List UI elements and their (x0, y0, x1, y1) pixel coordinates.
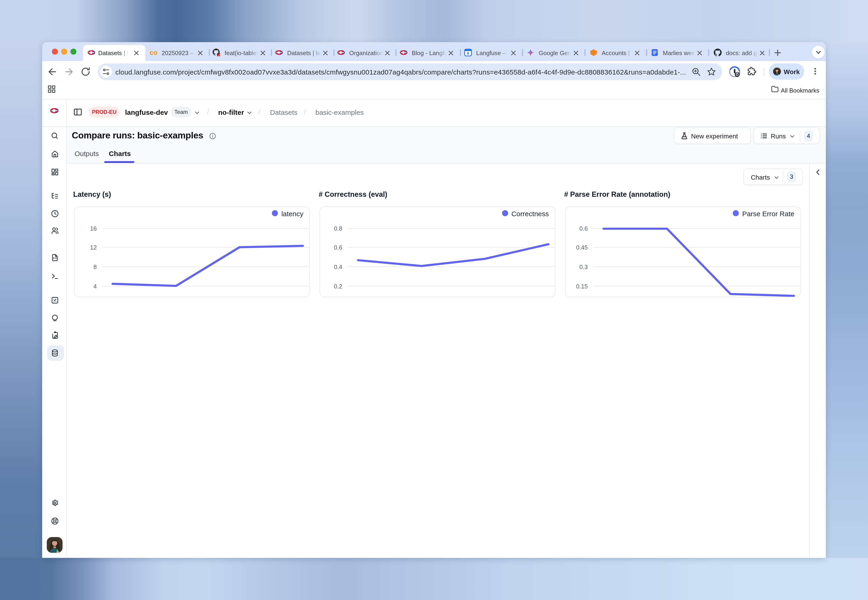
svg-text:co: co (150, 49, 158, 56)
svg-text:6: 6 (467, 51, 469, 56)
